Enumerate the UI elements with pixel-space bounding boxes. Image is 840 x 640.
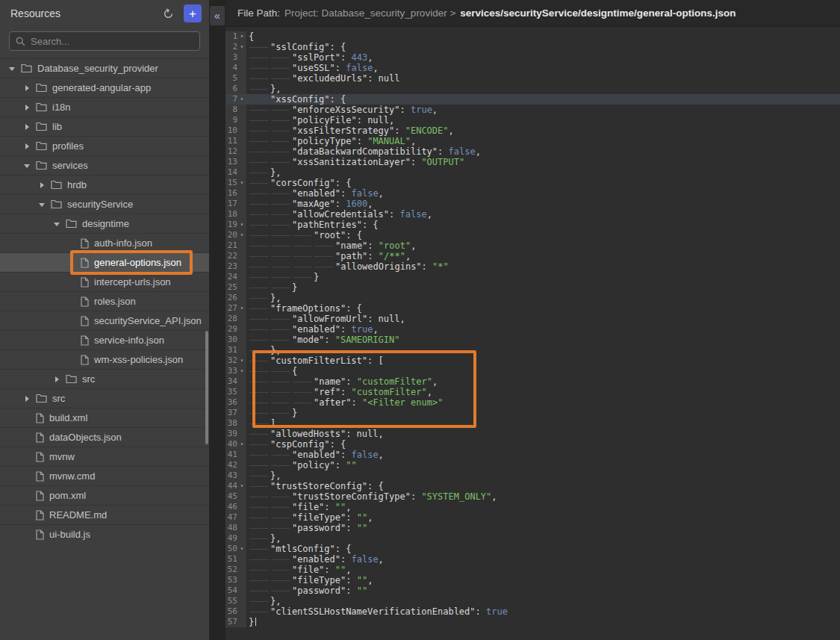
tree-item-dataobjects-json[interactable]: dataObjects.json [0,427,209,447]
code-line-45[interactable]: 45"trustStoreConfigType": "SYSTEM_ONLY", [225,491,840,502]
fold-toggle-icon[interactable]: ▾ [237,31,246,42]
code-line-6[interactable]: 6}, [225,84,840,94]
code-line-48[interactable]: 48"password": "" [225,523,840,533]
code-editor[interactable]: 1▾{2▾"sslConfig": {3"sslPort": 443,4"use… [225,27,840,640]
chevron-down-icon[interactable] [9,65,16,72]
code-line-49[interactable]: 49}, [225,533,840,544]
tree-item-auth-info-json[interactable]: auth-info.json [0,233,209,252]
chevron-down-icon[interactable] [24,162,31,170]
code-line-11[interactable]: 11"policyType": "MANUAL", [225,136,840,146]
refresh-button[interactable] [160,5,176,22]
code-line-2[interactable]: 2▾"sslConfig": { [225,42,840,52]
code-line-8[interactable]: 8"enforceXssSecurity": true, [225,105,840,115]
code-line-1[interactable]: 1▾{ [225,31,840,42]
sidebar-scrollbar-thumb[interactable] [205,331,208,444]
tree-item-i18n[interactable]: i18n [0,97,209,116]
fold-toggle-icon[interactable]: ▾ [237,230,246,240]
code-line-10[interactable]: 10"xssFilterStrategy": "ENCODE", [225,125,840,136]
tree-item-securityservice-api-json[interactable]: securityService_API.json [0,311,209,330]
tree-item-intercept-urls-json[interactable]: intercept-urls.json [0,272,209,291]
code-line-25[interactable]: 25} [225,282,840,293]
code-line-5[interactable]: 5"excludedUrls": null [225,73,840,84]
code-line-57[interactable]: 57} [225,617,840,627]
code-line-19[interactable]: 19▾"pathEntries": { [225,220,840,230]
chevron-right-icon[interactable] [39,181,46,189]
code-line-34[interactable]: 34"name": "customFilter", [225,376,840,387]
code-line-40[interactable]: 40▾"cspConfig": { [225,439,840,450]
code-line-9[interactable]: 9"policyFile": null, [225,115,840,125]
code-line-18[interactable]: 18"allowCredentials": false, [225,209,840,220]
code-line-3[interactable]: 3"sslPort": 443, [225,52,840,63]
code-line-23[interactable]: 23"allowedOrigins": "*" [225,261,840,272]
code-line-14[interactable]: 14}, [225,167,840,178]
fold-toggle-icon[interactable]: ▾ [237,178,246,188]
tree-item-services[interactable]: services [0,155,209,175]
fold-toggle-icon[interactable]: ▾ [237,481,246,491]
tree-item-lib[interactable]: lib [0,116,209,136]
code-line-53[interactable]: 53"fileType": "", [225,575,840,585]
tree-item-database-security-provider[interactable]: Database_security_provider [0,58,209,78]
code-line-36[interactable]: 36"after": "<Filter enum>" [225,397,840,408]
code-line-56[interactable]: 56"clientSSLHostNameVerificationEnabled"… [225,606,840,617]
tree-item-service-info-json[interactable]: service-info.json [0,330,209,349]
code-line-33[interactable]: 33▾{ [225,366,840,376]
tree-item-roles-json[interactable]: roles.json [0,291,209,311]
code-line-30[interactable]: 30"mode": "SAMEORIGIN" [225,335,840,345]
tree-item-designtime[interactable]: designtime [0,214,209,233]
search-box[interactable] [9,31,200,51]
code-line-39[interactable]: 39"allowedHosts": null, [225,429,840,439]
fold-toggle-icon[interactable]: ▾ [237,303,246,314]
code-line-35[interactable]: 35"ref": "customFilter", [225,387,840,397]
fold-toggle-icon[interactable]: ▾ [237,355,246,366]
code-line-24[interactable]: 24} [225,272,840,282]
code-line-54[interactable]: 54"password": "" [225,585,840,596]
code-line-28[interactable]: 28"allowFromUrl": null, [225,314,840,324]
chevron-right-icon[interactable] [24,395,31,403]
fold-toggle-icon[interactable]: ▾ [237,366,246,376]
code-line-29[interactable]: 29"enabled": true, [225,324,840,335]
add-button[interactable]: + [184,4,202,22]
code-line-50[interactable]: 50▾"mtlsConfig": { [225,544,840,554]
tree-item-hrdb[interactable]: hrdb [0,175,209,194]
tree-item-pom-xml[interactable]: pom.xml [0,485,209,505]
code-line-21[interactable]: 21"name": "root", [225,240,840,251]
code-line-16[interactable]: 16"enabled": false, [225,188,840,199]
code-line-42[interactable]: 42"policy": "" [225,460,840,470]
chevron-right-icon[interactable] [24,84,31,92]
code-line-12[interactable]: 12"dataBackwardCompatibility": false, [225,146,840,157]
code-line-46[interactable]: 46"file": "", [225,502,840,512]
tree-item-wm-xss-policies-json[interactable]: wm-xss-policies.json [0,349,209,369]
fold-toggle-icon[interactable]: ▾ [237,42,246,52]
fold-toggle-icon[interactable]: ▾ [237,544,246,554]
chevron-right-icon[interactable] [24,104,31,111]
chevron-right-icon[interactable] [24,123,31,131]
tree-item-readme-md[interactable]: README.md [0,505,209,524]
code-line-47[interactable]: 47"fileType": "", [225,512,840,523]
tree-item-src[interactable]: src [0,369,209,388]
code-line-44[interactable]: 44▾"trustStoreConfig": { [225,481,840,491]
code-line-38[interactable]: 38], [225,418,840,429]
code-line-43[interactable]: 43}, [225,470,840,481]
code-line-37[interactable]: 37} [225,408,840,418]
fold-toggle-icon[interactable]: ▾ [237,220,246,230]
tree-item-mvnw-cmd[interactable]: mvnw.cmd [0,466,209,485]
code-line-31[interactable]: 31}, [225,345,840,355]
tree-item-src[interactable]: src [0,388,209,408]
tree-item-ui-build-js[interactable]: ui-build.js [0,524,209,544]
chevron-right-icon[interactable] [54,376,61,383]
collapse-panel-button[interactable]: « [210,6,225,25]
code-line-7[interactable]: 7▾"xssConfig": { [225,94,840,105]
tree-item-general-options-json[interactable]: general-options.json [0,252,209,272]
search-input[interactable] [31,36,193,47]
chevron-right-icon[interactable] [24,143,31,150]
code-line-52[interactable]: 52"file": "", [225,565,840,575]
code-line-17[interactable]: 17"maxAge": 1600, [225,199,840,209]
tree-item-securityservice[interactable]: securityService [0,194,209,214]
tree-item-profiles[interactable]: profiles [0,136,209,155]
fold-toggle-icon[interactable]: ▾ [237,94,246,105]
chevron-down-icon[interactable] [39,201,46,208]
fold-toggle-icon[interactable]: ▾ [237,439,246,450]
code-line-20[interactable]: 20▾"root": { [225,230,840,240]
code-line-51[interactable]: 51"enabled": false, [225,554,840,565]
code-line-15[interactable]: 15▾"corsConfig": { [225,178,840,188]
